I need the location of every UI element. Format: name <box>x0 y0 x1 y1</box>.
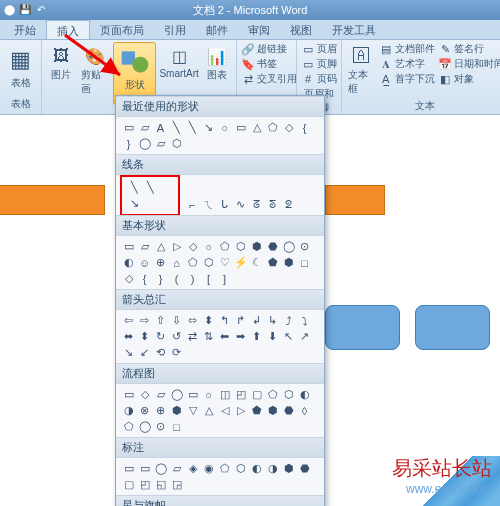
shape-item[interactable]: ⬌ <box>121 329 136 344</box>
shape-item[interactable]: ⬢ <box>249 239 264 254</box>
shape-item[interactable]: { <box>137 271 152 286</box>
shape-item[interactable]: ◇ <box>281 120 296 135</box>
office-button[interactable]: ⬤ <box>2 2 16 16</box>
shape-item[interactable]: ▱ <box>137 120 152 135</box>
shape-item[interactable]: ⬄ <box>185 313 200 328</box>
shape-item[interactable]: ↳ <box>265 313 280 328</box>
shape-item[interactable]: ⬆ <box>249 329 264 344</box>
shape-item[interactable]: ] <box>217 271 232 286</box>
shape-item[interactable]: ⬠ <box>217 461 232 476</box>
shape-item[interactable]: ⬠ <box>217 239 232 254</box>
bookmark-button[interactable]: 🔖书签 <box>241 57 297 71</box>
shape-item[interactable]: ➡ <box>233 329 248 344</box>
shape-item[interactable]: ▢ <box>249 387 264 402</box>
shape-item[interactable]: ⌐ <box>185 197 200 212</box>
datetime-button[interactable]: 📅日期和时间 <box>438 57 500 71</box>
shape-item[interactable]: ⬣ <box>297 461 312 476</box>
tab-developer[interactable]: 开发工具 <box>322 20 386 39</box>
shape-item[interactable]: ▷ <box>233 403 248 418</box>
shape-item[interactable]: ⬡ <box>169 136 184 151</box>
shape-item[interactable]: ᒐ <box>217 197 232 212</box>
shape-item[interactable]: ◯ <box>137 419 152 434</box>
footer-button[interactable]: ▭页脚 <box>301 57 337 71</box>
smartart-button[interactable]: ◫SmartArt <box>159 42 199 81</box>
shape-item[interactable]: ⟳ <box>169 345 184 360</box>
shape-item[interactable]: ⇅ <box>201 329 216 344</box>
shape-item[interactable]: ↰ <box>217 313 232 328</box>
shape-item[interactable]: △ <box>153 239 168 254</box>
shape-item[interactable]: ▷ <box>169 239 184 254</box>
shape-orange-1[interactable] <box>0 185 105 215</box>
shape-item[interactable]: ▽ <box>185 403 200 418</box>
undo-icon[interactable]: ↶ <box>34 2 48 16</box>
shape-item[interactable]: ◲ <box>169 477 184 492</box>
shape-item[interactable]: ⬠ <box>265 120 280 135</box>
shape-item[interactable]: ▱ <box>137 239 152 254</box>
shape-item[interactable]: ◊ <box>297 403 312 418</box>
shape-item[interactable]: ↱ <box>233 313 248 328</box>
shape-item[interactable]: ◰ <box>137 477 152 492</box>
shape-item[interactable]: ◑ <box>121 403 136 418</box>
shape-item[interactable]: ↘ <box>201 120 216 135</box>
shape-item[interactable]: ⬟ <box>249 403 264 418</box>
clipart-button[interactable]: 🎨剪贴画 <box>79 42 110 98</box>
shape-item[interactable]: ⬣ <box>265 239 280 254</box>
chart-button[interactable]: 📊图表 <box>202 42 232 84</box>
hyperlink-button[interactable]: 🔗超链接 <box>241 42 297 56</box>
shape-item[interactable]: ▭ <box>185 387 200 402</box>
shape-item[interactable]: ◫ <box>217 387 232 402</box>
shape-item[interactable]: } <box>153 271 168 286</box>
shape-item[interactable]: ◉ <box>201 461 216 476</box>
header-button[interactable]: ▭页眉 <box>301 42 337 56</box>
tab-layout[interactable]: 页面布局 <box>90 20 154 39</box>
shape-item[interactable]: ◈ <box>185 461 200 476</box>
signature-button[interactable]: ✎签名行 <box>438 42 500 56</box>
shape-item[interactable]: △ <box>249 120 264 135</box>
shape-item[interactable]: ↙ <box>137 345 152 360</box>
shape-item[interactable]: ⬇ <box>265 329 280 344</box>
shape-item[interactable]: ▭ <box>233 120 248 135</box>
shape-item[interactable]: ▱ <box>169 461 184 476</box>
shape-item[interactable]: { <box>297 120 312 135</box>
shape-item[interactable]: ⊙ <box>297 239 312 254</box>
shape-blue-1[interactable] <box>325 305 400 350</box>
shape-blue-2[interactable] <box>415 305 490 350</box>
shape-item[interactable]: ⬡ <box>233 239 248 254</box>
wordart-button[interactable]: 𝐀艺术字 <box>379 57 435 71</box>
shape-item[interactable]: □ <box>169 419 184 434</box>
shape-item[interactable]: ◐ <box>249 461 264 476</box>
shape-item[interactable]: ⬍ <box>137 329 152 344</box>
shape-item[interactable]: A <box>153 120 168 135</box>
textbox-button[interactable]: 🄰文本框 <box>346 42 376 98</box>
object-button[interactable]: ◧对象 <box>438 72 500 86</box>
shape-item[interactable]: ◰ <box>233 387 248 402</box>
shape-item[interactable]: ○ <box>217 120 232 135</box>
shape-item[interactable]: ⬠ <box>185 255 200 270</box>
quickparts-button[interactable]: ▤文档部件 <box>379 42 435 56</box>
shape-item[interactable]: ◯ <box>153 461 168 476</box>
shape-item[interactable]: ╲ <box>127 180 142 195</box>
shape-item[interactable]: ↻ <box>153 329 168 344</box>
shape-item[interactable]: ⤵ <box>297 313 312 328</box>
shape-item[interactable]: ⬢ <box>281 461 296 476</box>
shape-item[interactable]: ⌂ <box>169 255 184 270</box>
tab-mailings[interactable]: 邮件 <box>196 20 238 39</box>
shape-item[interactable]: ╲ <box>143 180 158 195</box>
shape-item[interactable]: ⬠ <box>265 387 280 402</box>
shape-item[interactable]: ⊙ <box>153 419 168 434</box>
shape-item[interactable]: ⬅ <box>217 329 232 344</box>
shape-item[interactable]: ⬢ <box>281 255 296 270</box>
shape-item[interactable]: ⬣ <box>281 403 296 418</box>
dropcap-button[interactable]: A̲首字下沉 <box>379 72 435 86</box>
tab-review[interactable]: 审阅 <box>238 20 280 39</box>
shape-item[interactable]: ◯ <box>281 239 296 254</box>
shape-item[interactable]: ↖ <box>281 329 296 344</box>
shape-item[interactable]: ⟲ <box>153 345 168 360</box>
shape-item[interactable]: ╲ <box>185 120 200 135</box>
shape-item[interactable]: ╲ <box>169 120 184 135</box>
shape-item[interactable]: ) <box>185 271 200 286</box>
tab-view[interactable]: 视图 <box>280 20 322 39</box>
shape-item[interactable]: ▱ <box>153 136 168 151</box>
save-icon[interactable]: 💾 <box>18 2 32 16</box>
shape-item[interactable]: ◁ <box>217 403 232 418</box>
